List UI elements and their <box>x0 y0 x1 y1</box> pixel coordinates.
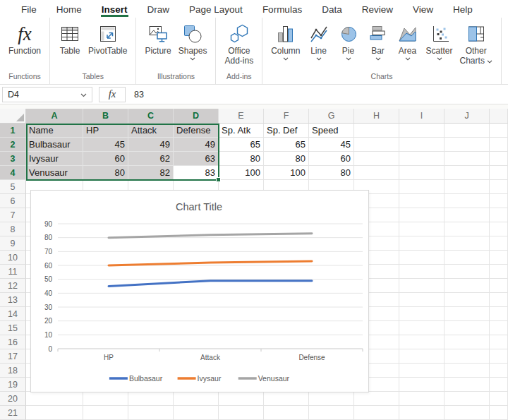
name-box[interactable]: D4 <box>2 87 92 102</box>
cell-I5[interactable] <box>399 180 445 194</box>
ribbon-button-shapes[interactable]: Shapes <box>175 20 211 64</box>
cell-J2[interactable] <box>445 138 490 152</box>
cell-C20[interactable] <box>128 392 174 406</box>
cell-B1[interactable]: HP <box>83 124 128 138</box>
cell-F3[interactable]: 80 <box>264 152 309 166</box>
cell-A3[interactable]: Ivysaur <box>26 152 83 166</box>
cell-I11[interactable] <box>399 265 445 279</box>
cell-E21[interactable] <box>219 406 264 420</box>
ribbon-button-area[interactable]: Area <box>393 20 423 64</box>
cell-E20[interactable] <box>219 392 264 406</box>
cell-C1[interactable]: Attack <box>128 124 174 138</box>
cell-J15[interactable] <box>445 321 490 335</box>
ribbon-button-pivottable[interactable]: PivotTable <box>85 20 131 56</box>
ribbon-button-function[interactable]: fxFunction <box>5 20 44 56</box>
menu-tab-review[interactable]: Review <box>352 1 403 17</box>
cell-F1[interactable]: Sp. Def <box>264 124 309 138</box>
cell-I13[interactable] <box>399 293 445 307</box>
cell-J4[interactable] <box>445 166 490 180</box>
cell-C21[interactable] <box>128 406 174 420</box>
selection-fill-handle[interactable] <box>216 177 221 182</box>
cell-I8[interactable] <box>399 222 445 236</box>
cell-G20[interactable] <box>309 392 354 406</box>
cell-J1[interactable] <box>445 124 490 138</box>
column-header-d[interactable]: D <box>174 109 219 124</box>
cell-J17[interactable] <box>445 349 490 364</box>
column-header-f[interactable]: F <box>264 109 309 124</box>
ribbon-button-other-charts[interactable]: OtherCharts <box>456 20 496 66</box>
cell-E4[interactable]: 100 <box>219 166 264 180</box>
row-header-13[interactable]: 13 <box>0 293 26 307</box>
cell-E3[interactable]: 80 <box>219 152 264 166</box>
column-header-g[interactable]: G <box>309 109 354 124</box>
cell-F4[interactable]: 100 <box>264 166 309 180</box>
cell-J7[interactable] <box>445 208 490 222</box>
menu-tab-home[interactable]: Home <box>47 1 92 17</box>
cell-I2[interactable] <box>399 138 445 152</box>
cell-H20[interactable] <box>354 392 399 406</box>
cell-D1[interactable]: Defense <box>174 124 219 138</box>
cell-E2[interactable]: 65 <box>219 138 264 152</box>
cell-J3[interactable] <box>445 152 490 166</box>
menu-tab-page-layout[interactable]: Page Layout <box>179 1 253 17</box>
cell-A20[interactable] <box>26 392 83 406</box>
row-header-17[interactable]: 17 <box>0 349 26 364</box>
cell-J18[interactable] <box>445 364 490 378</box>
cell-I10[interactable] <box>399 251 445 265</box>
cell-I7[interactable] <box>399 208 445 222</box>
cell-H4[interactable] <box>354 166 399 180</box>
cell-D4[interactable]: 83 <box>174 166 219 180</box>
menu-tab-insert[interactable]: Insert <box>92 1 138 17</box>
row-header-18[interactable]: 18 <box>0 364 26 378</box>
ribbon-button-picture[interactable]: Picture <box>141 20 174 56</box>
cell-J20[interactable] <box>445 392 490 406</box>
cell-E1[interactable]: Sp. Atk <box>219 124 264 138</box>
row-header-4[interactable]: 4 <box>0 166 26 180</box>
cell-J14[interactable] <box>445 307 490 321</box>
cell-J10[interactable] <box>445 251 490 265</box>
cell-J21[interactable] <box>445 406 490 420</box>
cell-I21[interactable] <box>399 406 445 420</box>
column-header-c[interactable]: C <box>128 109 174 124</box>
cell-I18[interactable] <box>399 364 445 378</box>
cell-B3[interactable]: 60 <box>83 152 128 166</box>
cell-H3[interactable] <box>354 152 399 166</box>
cell-I6[interactable] <box>399 194 445 208</box>
cell-J13[interactable] <box>445 293 490 307</box>
cell-D20[interactable] <box>174 392 219 406</box>
cell-I9[interactable] <box>399 236 445 251</box>
row-header-7[interactable]: 7 <box>0 208 26 222</box>
cell-F20[interactable] <box>264 392 309 406</box>
column-header-h[interactable]: H <box>354 109 399 124</box>
cell-H1[interactable] <box>354 124 399 138</box>
cell-D2[interactable]: 49 <box>174 138 219 152</box>
menu-tab-view[interactable]: View <box>403 1 443 17</box>
cell-B21[interactable] <box>83 406 128 420</box>
menu-tab-formulas[interactable]: Formulas <box>253 1 312 17</box>
row-header-5[interactable]: 5 <box>0 180 26 194</box>
cell-H2[interactable] <box>354 138 399 152</box>
embedded-chart[interactable]: Chart Title0102030405060708090HPAttackDe… <box>30 190 369 392</box>
cell-I3[interactable] <box>399 152 445 166</box>
cell-A1[interactable]: Name <box>26 124 83 138</box>
menu-tab-data[interactable]: Data <box>312 1 352 17</box>
cell-J16[interactable] <box>445 335 490 349</box>
cell-I16[interactable] <box>399 335 445 349</box>
menu-tab-help[interactable]: Help <box>443 1 483 17</box>
row-header-10[interactable]: 10 <box>0 251 26 265</box>
cell-A21[interactable] <box>26 406 83 420</box>
cell-J19[interactable] <box>445 378 490 392</box>
column-header-b[interactable]: B <box>83 109 128 124</box>
ribbon-button-table[interactable]: Table <box>55 20 85 56</box>
formula-input[interactable]: 83 <box>130 88 508 102</box>
cell-C3[interactable]: 62 <box>128 152 174 166</box>
cell-I12[interactable] <box>399 279 445 293</box>
cell-H21[interactable] <box>354 406 399 420</box>
row-header-15[interactable]: 15 <box>0 321 26 335</box>
cell-I14[interactable] <box>399 307 445 321</box>
row-header-16[interactable]: 16 <box>0 335 26 349</box>
ribbon-button-scatter[interactable]: Scatter <box>423 20 456 64</box>
ribbon-button-office-add-ins[interactable]: OfficeAdd-ins <box>221 20 257 66</box>
row-header-9[interactable]: 9 <box>0 236 26 251</box>
cell-I4[interactable] <box>399 166 445 180</box>
